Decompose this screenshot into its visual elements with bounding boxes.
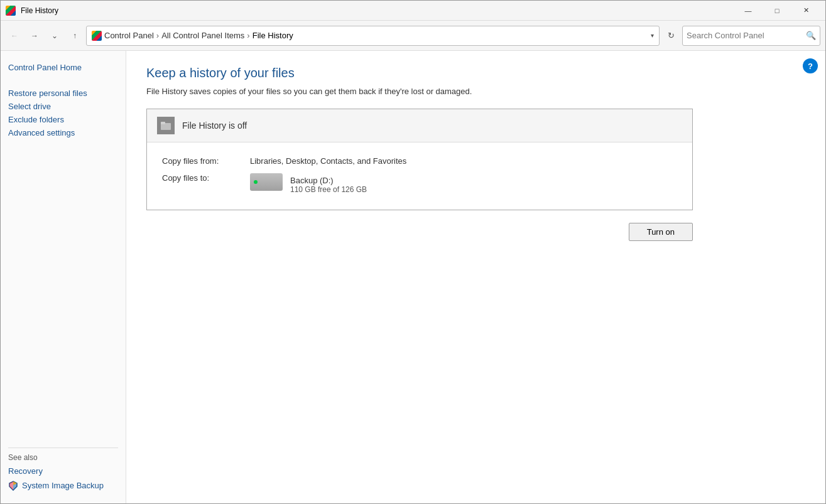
- help-icon[interactable]: ?: [803, 58, 818, 73]
- app-window: File History — □ ✕ ← → ⌄ ↑ Control Panel…: [0, 0, 826, 504]
- breadcrumb-control-panel[interactable]: Control Panel: [104, 31, 154, 40]
- address-dropdown-button[interactable]: ▾: [651, 32, 654, 39]
- window-controls: — □ ✕: [734, 1, 820, 21]
- copy-from-row: Copy files from: Libraries, Desktop, Con…: [162, 153, 677, 169]
- up-button[interactable]: ↑: [66, 27, 84, 45]
- drive-info: Backup (D:) 110 GB free of 126 GB: [250, 173, 367, 196]
- nav-control-panel-home[interactable]: Control Panel Home: [8, 61, 118, 74]
- system-image-backup-item[interactable]: System Image Backup: [8, 478, 118, 493]
- breadcrumb: Control Panel › All Control Panel Items …: [104, 31, 648, 40]
- nav-recovery[interactable]: Recovery: [8, 464, 118, 478]
- nav-select-drive[interactable]: Select drive: [8, 100, 118, 113]
- folder-icon: [160, 120, 171, 131]
- address-box: Control Panel › All Control Panel Items …: [86, 26, 660, 46]
- minimize-button[interactable]: —: [734, 1, 763, 21]
- left-nav: Control Panel Home Restore personal file…: [1, 51, 126, 503]
- address-icon: [92, 31, 102, 41]
- app-icon: [6, 6, 16, 16]
- copy-from-value: Libraries, Desktop, Contacts, and Favori…: [250, 156, 406, 166]
- breadcrumb-file-history: File History: [253, 31, 293, 40]
- drive-details: Backup (D:) 110 GB free of 126 GB: [290, 176, 367, 194]
- shield-icon: [8, 481, 18, 491]
- title-bar: File History — □ ✕: [1, 1, 825, 21]
- see-also-section: See also Recovery System Image Backup: [8, 448, 118, 493]
- breadcrumb-sep-1: ›: [156, 31, 159, 40]
- nav-restore-personal-files[interactable]: Restore personal files: [8, 87, 118, 100]
- breadcrumb-sep-2: ›: [247, 31, 249, 40]
- page-description: File History saves copies of your files …: [146, 87, 805, 96]
- see-also-label: See also: [8, 453, 118, 462]
- drive-size: 110 GB free of 126 GB: [290, 185, 367, 194]
- drive-led: [254, 180, 258, 184]
- svg-rect-5: [161, 122, 165, 124]
- nav-system-image-backup[interactable]: System Image Backup: [22, 479, 104, 492]
- maximize-button[interactable]: □: [763, 1, 791, 21]
- refresh-button[interactable]: ↻: [662, 27, 680, 45]
- nav-spacer: [8, 139, 118, 448]
- search-icon: 🔍: [806, 31, 816, 40]
- nav-exclude-folders[interactable]: Exclude folders: [8, 113, 118, 126]
- search-box: 🔍: [682, 26, 820, 46]
- page-title: Keep a history of your files: [146, 66, 805, 80]
- address-bar-row: ← → ⌄ ↑ Control Panel › All Control Pane…: [1, 21, 825, 51]
- file-history-header: File History is off: [147, 109, 692, 142]
- file-history-status: File History is off: [182, 121, 247, 131]
- back-button[interactable]: ←: [6, 27, 23, 45]
- close-button[interactable]: ✕: [791, 1, 820, 21]
- forward-button[interactable]: →: [26, 27, 43, 45]
- copy-from-label: Copy files from:: [162, 156, 250, 166]
- copy-to-label: Copy files to:: [162, 173, 250, 183]
- main-layout: Control Panel Home Restore personal file…: [1, 51, 825, 503]
- nav-section-links: Restore personal files Select drive Excl…: [8, 87, 118, 139]
- drive-icon: [250, 173, 283, 196]
- copy-to-row: Copy files to: Backup (D:) 110 GB free o…: [162, 169, 677, 200]
- window-title: File History: [21, 6, 734, 15]
- content-area: ? Keep a history of your files File Hist…: [126, 51, 825, 503]
- turn-on-button[interactable]: Turn on: [629, 223, 693, 241]
- breadcrumb-all-items[interactable]: All Control Panel Items: [161, 31, 244, 40]
- action-row: Turn on: [146, 223, 693, 241]
- drive-body: [250, 173, 283, 191]
- file-history-body: Copy files from: Libraries, Desktop, Con…: [147, 142, 692, 210]
- recent-locations-button[interactable]: ⌄: [46, 27, 63, 45]
- status-icon-box: [157, 117, 175, 134]
- drive-name: Backup (D:): [290, 176, 367, 185]
- file-history-box: File History is off Copy files from: Lib…: [146, 109, 693, 210]
- search-input[interactable]: [687, 31, 803, 40]
- nav-advanced-settings[interactable]: Advanced settings: [8, 126, 118, 139]
